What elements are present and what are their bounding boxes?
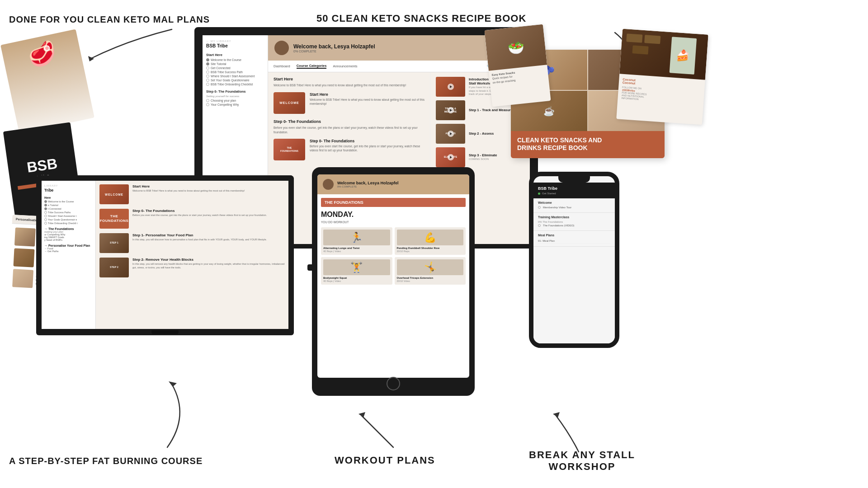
laptop-course-list: WELCOME Start Here Welcome to BSB Tribe!… [96, 181, 288, 286]
laptop-f-item-3[interactable]: y Need of BSB's [44, 239, 93, 241]
check-icon-1 [206, 58, 209, 61]
check-icon-6 [206, 79, 209, 82]
sidebar-item-7[interactable]: BSB Tribe Onboarding Checklist [206, 83, 264, 86]
laptop-title-step1: Step 1- Personalise Your Food Plan [132, 233, 267, 237]
bottom-center-label: WORKOUT PLANS [335, 455, 435, 466]
library-tag: ← MY LIBRARY [206, 40, 264, 42]
course-title-foundations: Step 0- The Foundations [310, 139, 425, 143]
foundations-section-head: Step 0- The Foundations [206, 89, 264, 94]
tablet-screen: Welcome back, Lesya Holzapfel 0% COMPLET… [317, 174, 469, 378]
svg-marker-4 [553, 412, 560, 418]
course-info-welcome: Start Here Welcome to BSB Tribe! Here is… [310, 92, 425, 106]
sidebar-item-compelling[interactable]: Your Compelling Why [206, 103, 264, 106]
laptop-item-label-2: e Tutorial [48, 204, 58, 206]
laptop-l-item-2[interactable]: e Tutorial [44, 204, 93, 206]
sidebar-item-2[interactable]: Site Tutorial [206, 62, 264, 66]
laptop-course-foundations[interactable]: THEFOUNDATIONS Step 0- The Foundations B… [99, 209, 285, 229]
tablet-home-button[interactable] [387, 377, 400, 390]
laptop-course-step1[interactable]: STEP 1 Step 1- Personalise Your Food Pla… [99, 233, 285, 253]
phone-notch [558, 176, 590, 183]
step0-desc: Before you even start the course, get in… [274, 126, 425, 135]
check-icon-compelling [206, 103, 209, 106]
steak-photo-card: 🥩 [0, 29, 94, 134]
printed-docs-area: 🥩 BSB tribe Personalisation Report Meal … [9, 36, 167, 190]
laptop-desc-welcome: Welcome to BSB Tribe! Here is what you n… [132, 189, 245, 193]
phone-label-tour: Membership Video Tour [543, 206, 571, 209]
laptop-l-item-4[interactable]: Tribe Success Paths [44, 211, 93, 214]
aside-image-1: 🥗 [484, 24, 547, 71]
dessert-piece: 🍰 [670, 37, 697, 75]
nav-announcements[interactable]: Announcements [333, 64, 357, 68]
laptop-l-item-1[interactable]: Welcome to the Course [44, 200, 93, 203]
laptop-course-welcome[interactable]: WELCOME Start Here Welcome to BSB Tribe!… [99, 184, 285, 204]
bsb-logo-text: BSB [26, 155, 58, 176]
sidebar-item-6[interactable]: Set Your Goals Questionnaire [206, 79, 264, 82]
bsb-tribe-title: BSB Tribe [206, 43, 264, 48]
video-thumb-eliminate: ELIMINATE [436, 147, 465, 167]
laptop-item-label-7: Tribe Onboarding Checkli t [48, 222, 77, 225]
sidebar-item-3[interactable]: Get Connected [206, 66, 264, 70]
sidebar-item-1[interactable]: Welcome to the Course [206, 58, 264, 61]
complete-text: 0% COMPLETE [293, 50, 375, 53]
tablet-header: Welcome back, Lesya Holzapfel 0% COMPLET… [317, 174, 469, 194]
nav-categories[interactable]: Course Categories [297, 64, 327, 69]
ex-details-3: 40 Reps | Video [323, 280, 390, 282]
sidebar-item-label-choosing: Choosing your plan [211, 99, 236, 102]
laptop-l-item-6[interactable]: Your Goals Questionnair e [44, 218, 93, 221]
course-desc-foundations: Before you even start the course, get in… [310, 144, 425, 152]
ex-name-4: Overhead Triceps Extension [397, 277, 464, 279]
laptop-title-foundations: Step 0- The Foundations [132, 209, 267, 213]
exercise-figure-3: 🏋️ [350, 262, 363, 273]
laptop-course-step2[interactable]: STEP 2 Step 2- Remove Your Health Blocks… [99, 258, 285, 277]
laptop-l-item-5[interactable]: Should I Start Assessme t [44, 215, 93, 217]
phone-section-welcome: Welcome Membership Video Tour [533, 198, 615, 213]
course-desc-welcome: Welcome to BSB Tribe! Here is what you n… [310, 98, 425, 106]
laptop-check-1 [44, 200, 47, 203]
welcome-text-block: Welcome back, Lesya Holzapfel 0% COMPLET… [293, 43, 375, 53]
sidebar-item-choosing[interactable]: Choosing your plan [206, 99, 264, 102]
ex-details-1: 40 Reps | Video [323, 250, 390, 253]
tablet-exercise-grid: 🏃 Alternating Lunge and Twist 40 Reps | … [321, 227, 466, 285]
course-row-foundations[interactable]: THEFOUNDATIONS Step 0- The Foundations B… [274, 139, 425, 160]
video-thumb-track: TRACK &MEASURE [436, 100, 465, 120]
check-icon-7 [206, 83, 209, 86]
coconut-label: CoconutCoconut [623, 78, 636, 85]
top-left-label: DONE FOR YOU CLEAN KETO MAL PLANS [9, 14, 210, 25]
laptop-screen: LIBRARY Tribe Here Welcome to the Course… [36, 175, 294, 329]
check-icon-2 [206, 62, 209, 66]
step0-heading: Step 0- The Foundations [274, 119, 425, 124]
course-title-welcome: Start Here [310, 92, 425, 97]
phone-item-foundations[interactable]: The Foundations (VIDEO) [538, 224, 610, 227]
sidebar-item-label-7: BSB Tribe Onboarding Checklist [211, 83, 253, 86]
foundations-subtitle: Setting yourself for success [206, 95, 264, 98]
laptop-bottom [36, 329, 294, 335]
sidebar-item-4[interactable]: BSB Tribe Success Path [206, 70, 264, 74]
laptop-notch [151, 330, 179, 334]
laptop-sidebar: LIBRARY Tribe Here Welcome to the Course… [42, 181, 96, 329]
laptop-l-item-3[interactable]: t Connected [44, 207, 93, 210]
foundations-label: THEFOUNDATIONS [274, 139, 305, 160]
phone-meal-plan-item[interactable]: 01- Meal Plan [538, 239, 610, 244]
exercise-img-3: 🏋️ [323, 259, 390, 275]
laptop-l-item-7[interactable]: Tribe Onboarding Checkli t [44, 222, 93, 225]
choc-piece-1 [626, 33, 642, 42]
ex-name-1: Alternating Lunge and Twist [323, 247, 390, 249]
nav-dashboard[interactable]: Dashboard [274, 64, 290, 68]
bottom-left-label: A STEP-BY-STEP FAT BURNING COURSE [9, 456, 203, 466]
laptop-p-item-2[interactable]: → Get Paths [44, 250, 93, 253]
exercise-img-1: 🏃 [323, 230, 390, 245]
phone-item-tour[interactable]: Membership Video Tour [538, 206, 610, 209]
course-row-welcome[interactable]: WELCOME Start Here Welcome to BSB Tribe!… [274, 92, 425, 114]
start-here-section: Start Here [206, 53, 264, 57]
laptop-welcome-label: WELCOME [99, 184, 129, 204]
sidebar-item-5[interactable]: Where Should I Start Assessment [206, 75, 264, 78]
check-icon-choosing [206, 99, 209, 102]
exercise-figure-2: 💪 [424, 232, 436, 244]
laptop-desc-step2: In this step, you will remove any health… [132, 263, 285, 269]
svg-marker-2 [169, 381, 177, 387]
meal-image-3 [12, 269, 33, 288]
sidebar-item-label-6: Set Your Goals Questionnaire [211, 79, 250, 82]
recipe-book-area: 🫐 🥛 ☕ 🍓 CLEAN KETO SNACKS ANDDRINKS RECI… [488, 27, 705, 199]
dessert-icon: 🍰 [670, 37, 697, 75]
welcome-heading: Welcome back, Lesya Holzapfel [293, 43, 375, 50]
